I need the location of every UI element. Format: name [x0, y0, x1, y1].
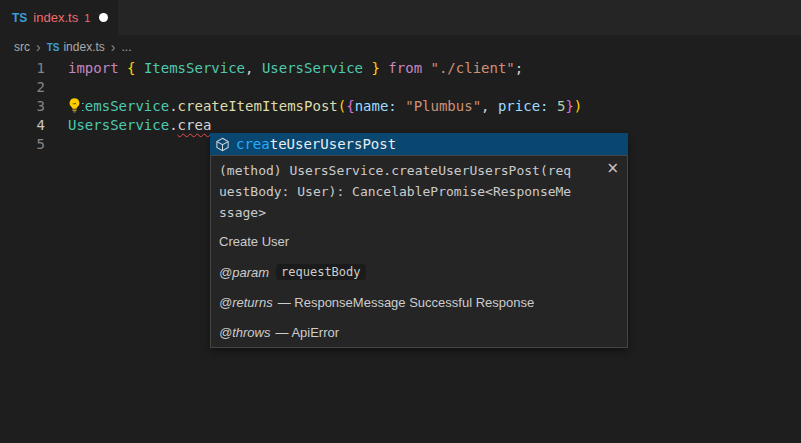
tab-bar: TS index.ts 1	[0, 0, 801, 35]
tab-label: index.ts	[33, 10, 78, 25]
unsaved-changes-dot-icon[interactable]	[99, 13, 108, 22]
code-text: ItemsService.createItemItemsPost({name: …	[68, 98, 582, 114]
code-line: 2	[0, 77, 801, 96]
line-number: 3	[0, 98, 45, 114]
code-token: createItemItemsPost	[178, 98, 338, 114]
typescript-file-icon: TS	[47, 42, 60, 53]
returns-text: — ResponseMessage Successful Response	[278, 295, 535, 310]
intellisense-suggest-widget: createUserUsersPost × (method) UsersServ…	[210, 133, 628, 348]
code-token	[549, 98, 557, 114]
code-token: ItemsService	[68, 98, 169, 114]
doc-returns-row: @returns — ResponseMessage Successful Re…	[219, 295, 601, 310]
code-token: import	[68, 60, 127, 76]
code-token: UsersService	[262, 60, 363, 76]
tab-problem-count-badge: 1	[84, 12, 90, 24]
code-line: 4UsersService.crea	[0, 115, 801, 134]
chevron-right-icon: ›	[36, 41, 41, 53]
code-token: )	[574, 98, 582, 114]
code-token: .	[169, 117, 177, 133]
code-token: ,	[245, 60, 262, 76]
code-token: name:	[355, 98, 397, 114]
param-tag: @param	[219, 265, 269, 280]
doc-summary: Create User	[219, 234, 601, 249]
doc-throws-row: @throws — ApiError	[219, 325, 601, 340]
code-token: ;	[515, 60, 523, 76]
code-token	[363, 60, 371, 76]
doc-param-row: @param requestBody	[219, 264, 601, 280]
code-token: from	[380, 60, 431, 76]
symbol-method-icon	[215, 137, 230, 152]
line-number: 4	[0, 117, 45, 133]
throws-tag: @throws	[219, 325, 271, 340]
lightbulb-icon	[68, 98, 81, 113]
throws-text: — ApiError	[276, 325, 340, 340]
tab-index-ts[interactable]: TS index.ts 1	[0, 0, 118, 35]
chevron-right-icon: ›	[111, 41, 116, 53]
suggestion-item-selected[interactable]: createUserUsersPost	[210, 133, 628, 155]
breadcrumb: src › TS index.ts › ...	[14, 38, 132, 56]
param-name-chip: requestBody	[276, 264, 365, 280]
code-token: .	[169, 98, 177, 114]
code-token: {	[346, 98, 354, 114]
code-token: price:	[498, 98, 549, 114]
code-token: ,	[481, 98, 498, 114]
code-token: "./client"	[431, 60, 515, 76]
vscode-window: TS index.ts 1 src › TS index.ts › ... 1i…	[0, 0, 801, 443]
signature-line: ssage>	[219, 202, 601, 223]
breadcrumb-item-symbols[interactable]: ...	[121, 40, 131, 54]
breadcrumb-item-src[interactable]: src	[14, 40, 30, 54]
code-token: "Plumbus"	[405, 98, 481, 114]
suggestion-rest-text: teUserUsersPost	[270, 136, 396, 152]
quick-fix-lightbulb-icon[interactable]	[66, 96, 82, 114]
code-line: 3ItemsService.createItemItemsPost({name:…	[0, 96, 801, 115]
code-text: import { ItemsService, UsersService } fr…	[68, 60, 523, 76]
code-token: (	[338, 98, 346, 114]
breadcrumb-item-file[interactable]: index.ts	[63, 40, 104, 54]
line-number: 2	[0, 79, 45, 95]
code-token: crea	[178, 117, 212, 133]
code-token: }	[565, 98, 573, 114]
suggestion-details-panel: × (method) UsersService.createUserUsersP…	[210, 155, 628, 348]
line-number: 1	[0, 60, 45, 76]
typescript-file-icon: TS	[12, 11, 27, 25]
code-token: ItemsService	[144, 60, 245, 76]
code-token: UsersService	[68, 117, 169, 133]
signature-line: uestBody: User): CancelablePromise<Respo…	[219, 181, 601, 202]
suggestion-match-text: crea	[236, 136, 270, 152]
code-line: 1import { ItemsService, UsersService } f…	[0, 58, 801, 77]
code-token	[135, 60, 143, 76]
code-token: }	[372, 60, 380, 76]
returns-tag: @returns	[219, 295, 273, 310]
line-number: 5	[0, 136, 45, 152]
signature-line: (method) UsersService.createUserUsersPos…	[219, 160, 601, 181]
code-text: UsersService.crea	[68, 117, 211, 133]
code-token	[397, 98, 405, 114]
close-icon[interactable]: ×	[606, 159, 619, 177]
